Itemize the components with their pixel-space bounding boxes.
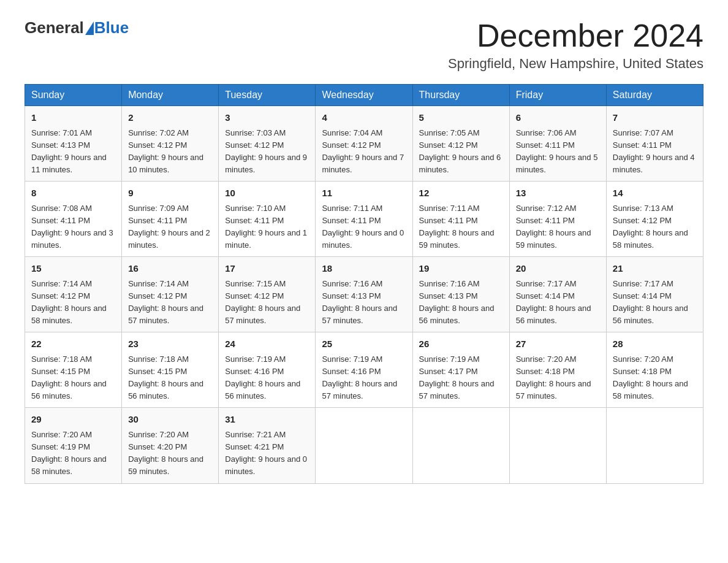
day-info: Sunrise: 7:18 AMSunset: 4:15 PMDaylight:… [31,353,115,403]
day-number: 23 [128,337,212,351]
calendar-cell: 21Sunrise: 7:17 AMSunset: 4:14 PMDayligh… [606,257,703,332]
calendar-cell: 8Sunrise: 7:08 AMSunset: 4:11 PMDaylight… [25,182,122,257]
day-info: Sunrise: 7:17 AMSunset: 4:14 PMDaylight:… [613,278,697,327]
day-info: Sunrise: 7:14 AMSunset: 4:12 PMDaylight:… [31,278,115,327]
calendar-cell: 20Sunrise: 7:17 AMSunset: 4:14 PMDayligh… [509,257,606,332]
day-number: 28 [613,337,697,351]
day-info: Sunrise: 7:20 AMSunset: 4:18 PMDaylight:… [516,353,600,403]
calendar-week-row: 29Sunrise: 7:20 AMSunset: 4:19 PMDayligh… [25,408,703,483]
title-area: December 2024 Springfield, New Hampshire… [448,18,703,72]
day-info: Sunrise: 7:04 AMSunset: 4:12 PMDaylight:… [322,127,406,177]
calendar-cell: 7Sunrise: 7:07 AMSunset: 4:11 PMDaylight… [606,106,703,182]
day-info: Sunrise: 7:14 AMSunset: 4:12 PMDaylight:… [128,278,212,327]
calendar-cell [509,408,606,483]
calendar-cell: 28Sunrise: 7:20 AMSunset: 4:18 PMDayligh… [606,332,703,408]
day-number: 16 [128,262,212,276]
day-number: 24 [225,337,309,351]
calendar-cell: 12Sunrise: 7:11 AMSunset: 4:11 PMDayligh… [412,182,509,257]
day-info: Sunrise: 7:21 AMSunset: 4:21 PMDaylight:… [225,429,309,478]
day-info: Sunrise: 7:18 AMSunset: 4:15 PMDaylight:… [128,353,212,403]
day-number: 9 [128,186,212,201]
day-info: Sunrise: 7:01 AMSunset: 4:13 PMDaylight:… [31,127,115,177]
calendar-week-row: 8Sunrise: 7:08 AMSunset: 4:11 PMDaylight… [25,182,703,257]
day-info: Sunrise: 7:13 AMSunset: 4:12 PMDaylight:… [613,202,697,252]
day-number: 3 [225,111,309,125]
calendar-cell: 26Sunrise: 7:19 AMSunset: 4:17 PMDayligh… [412,332,509,408]
day-number: 8 [31,186,115,201]
day-number: 30 [128,413,212,427]
day-info: Sunrise: 7:02 AMSunset: 4:12 PMDaylight:… [128,127,212,177]
day-number: 17 [225,262,309,276]
calendar-cell: 23Sunrise: 7:18 AMSunset: 4:15 PMDayligh… [122,332,219,408]
day-number: 14 [613,186,697,201]
calendar-body: 1Sunrise: 7:01 AMSunset: 4:13 PMDaylight… [25,106,703,483]
calendar-cell: 24Sunrise: 7:19 AMSunset: 4:16 PMDayligh… [219,332,316,408]
weekday-header-thursday: Thursday [412,85,509,106]
weekday-header-wednesday: Wednesday [316,85,412,106]
day-number: 11 [322,186,406,201]
day-info: Sunrise: 7:16 AMSunset: 4:13 PMDaylight:… [419,278,503,327]
calendar-cell: 17Sunrise: 7:15 AMSunset: 4:12 PMDayligh… [219,257,316,332]
weekday-header-sunday: Sunday [25,85,122,106]
calendar-cell: 6Sunrise: 7:06 AMSunset: 4:11 PMDaylight… [509,106,606,182]
day-number: 18 [322,262,406,276]
calendar-cell: 4Sunrise: 7:04 AMSunset: 4:12 PMDaylight… [316,106,412,182]
day-number: 10 [225,186,309,201]
day-info: Sunrise: 7:10 AMSunset: 4:11 PMDaylight:… [225,202,309,252]
day-info: Sunrise: 7:20 AMSunset: 4:19 PMDaylight:… [31,429,115,478]
calendar-week-row: 22Sunrise: 7:18 AMSunset: 4:15 PMDayligh… [25,332,703,408]
day-number: 25 [322,337,406,351]
day-number: 27 [516,337,600,351]
day-info: Sunrise: 7:15 AMSunset: 4:12 PMDaylight:… [225,278,309,327]
day-number: 12 [419,186,503,201]
day-number: 15 [31,262,115,276]
logo-general-text: General [25,18,84,37]
day-number: 4 [322,111,406,125]
calendar-cell [412,408,509,483]
weekday-header-saturday: Saturday [606,85,703,106]
calendar-cell: 1Sunrise: 7:01 AMSunset: 4:13 PMDaylight… [25,106,122,182]
page-header: General Blue December 2024 Springfield, … [25,18,703,72]
calendar-cell: 27Sunrise: 7:20 AMSunset: 4:18 PMDayligh… [509,332,606,408]
day-info: Sunrise: 7:19 AMSunset: 4:16 PMDaylight:… [322,353,406,403]
calendar-cell: 3Sunrise: 7:03 AMSunset: 4:12 PMDaylight… [219,106,316,182]
day-info: Sunrise: 7:08 AMSunset: 4:11 PMDaylight:… [31,202,115,252]
day-number: 21 [613,262,697,276]
day-info: Sunrise: 7:20 AMSunset: 4:18 PMDaylight:… [613,353,697,403]
day-info: Sunrise: 7:19 AMSunset: 4:17 PMDaylight:… [419,353,503,403]
day-number: 20 [516,262,600,276]
day-number: 1 [31,111,115,125]
calendar-cell: 30Sunrise: 7:20 AMSunset: 4:20 PMDayligh… [122,408,219,483]
calendar-cell: 22Sunrise: 7:18 AMSunset: 4:15 PMDayligh… [25,332,122,408]
weekday-header-tuesday: Tuesday [219,85,316,106]
weekday-header-monday: Monday [122,85,219,106]
logo-blue-text: Blue [94,18,129,37]
calendar-cell: 5Sunrise: 7:05 AMSunset: 4:12 PMDaylight… [412,106,509,182]
location-title: Springfield, New Hampshire, United State… [448,56,703,72]
day-info: Sunrise: 7:12 AMSunset: 4:11 PMDaylight:… [516,202,600,252]
day-info: Sunrise: 7:06 AMSunset: 4:11 PMDaylight:… [516,127,600,177]
day-number: 2 [128,111,212,125]
day-info: Sunrise: 7:19 AMSunset: 4:16 PMDaylight:… [225,353,309,403]
calendar-cell: 31Sunrise: 7:21 AMSunset: 4:21 PMDayligh… [219,408,316,483]
day-number: 22 [31,337,115,351]
day-info: Sunrise: 7:17 AMSunset: 4:14 PMDaylight:… [516,278,600,327]
calendar-cell: 15Sunrise: 7:14 AMSunset: 4:12 PMDayligh… [25,257,122,332]
day-number: 31 [225,413,309,427]
calendar-header: SundayMondayTuesdayWednesdayThursdayFrid… [25,85,703,106]
weekday-header-row: SundayMondayTuesdayWednesdayThursdayFrid… [25,85,703,106]
calendar-cell: 13Sunrise: 7:12 AMSunset: 4:11 PMDayligh… [509,182,606,257]
day-number: 6 [516,111,600,125]
day-number: 5 [419,111,503,125]
calendar-week-row: 15Sunrise: 7:14 AMSunset: 4:12 PMDayligh… [25,257,703,332]
calendar-week-row: 1Sunrise: 7:01 AMSunset: 4:13 PMDaylight… [25,106,703,182]
calendar-cell: 11Sunrise: 7:11 AMSunset: 4:11 PMDayligh… [316,182,412,257]
day-info: Sunrise: 7:11 AMSunset: 4:11 PMDaylight:… [419,202,503,252]
calendar-cell: 9Sunrise: 7:09 AMSunset: 4:11 PMDaylight… [122,182,219,257]
calendar-cell [316,408,412,483]
calendar-cell: 19Sunrise: 7:16 AMSunset: 4:13 PMDayligh… [412,257,509,332]
day-info: Sunrise: 7:09 AMSunset: 4:11 PMDaylight:… [128,202,212,252]
calendar-cell [606,408,703,483]
day-info: Sunrise: 7:16 AMSunset: 4:13 PMDaylight:… [322,278,406,327]
logo: General Blue [25,18,129,37]
